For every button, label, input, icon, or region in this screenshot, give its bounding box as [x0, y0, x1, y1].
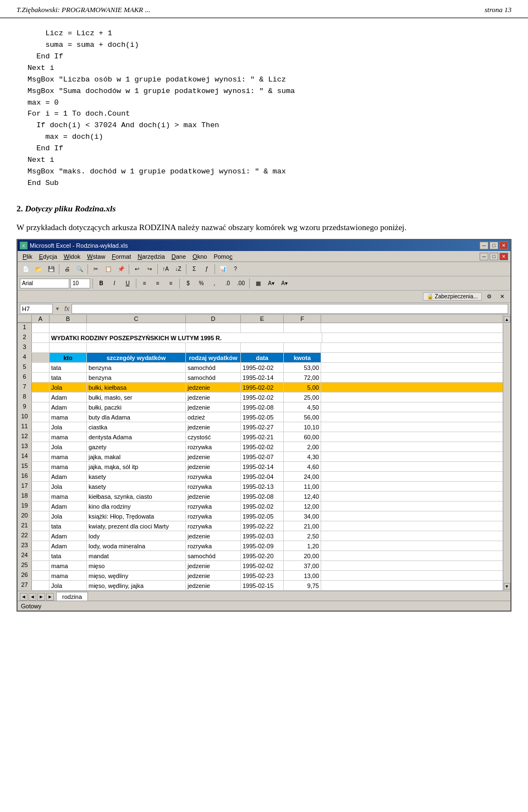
cell-18a[interactable] — [32, 492, 50, 501]
cell-4f[interactable]: kwota — [284, 353, 321, 362]
cell-25f[interactable]: 37,00 — [284, 561, 321, 570]
cell-23d[interactable]: rozrywka — [186, 541, 241, 551]
cell-12f[interactable]: 60,00 — [284, 432, 321, 442]
cell-3c[interactable] — [87, 343, 186, 352]
sum-button[interactable]: Σ — [188, 264, 200, 275]
cell-23b[interactable]: Adam — [50, 541, 87, 551]
cell-10a[interactable] — [32, 412, 50, 422]
help-button[interactable]: ? — [229, 264, 241, 275]
menu-pomoc[interactable]: Pomoc — [211, 253, 235, 260]
app-restore-button[interactable]: □ — [490, 253, 498, 260]
print-button[interactable]: 🖨 — [61, 264, 73, 275]
cell-6a[interactable] — [32, 373, 50, 382]
cell-14f[interactable]: 4,30 — [284, 452, 321, 461]
cell-13a[interactable] — [32, 442, 50, 451]
cell-5a[interactable] — [32, 363, 50, 372]
cell-11a[interactable] — [32, 422, 50, 432]
cell-5f[interactable]: 53,00 — [284, 363, 321, 372]
cell-11f[interactable]: 10,10 — [284, 422, 321, 432]
cell-4c[interactable]: szczegóły wydatków — [87, 353, 186, 362]
cell-27c[interactable]: mięso, wędliny, jajka — [87, 581, 186, 590]
font-color-button[interactable]: A▾ — [278, 278, 290, 289]
cell-5c[interactable]: benzyna — [87, 363, 186, 372]
cell-22e[interactable]: 1995-02-03 — [241, 531, 284, 541]
decrease-decimal-button[interactable]: .00 — [235, 278, 247, 289]
cell-6b[interactable]: tata — [50, 373, 87, 382]
cell-20a[interactable] — [32, 511, 50, 521]
cell-13e[interactable]: 1995-02-02 — [241, 442, 284, 451]
cell-9c[interactable]: bułki, paczki — [87, 402, 186, 412]
cell-11b[interactable]: Jola — [50, 422, 87, 432]
cell-25c[interactable]: mięso — [87, 561, 186, 570]
cell-19c[interactable]: kino dla rodziny — [87, 502, 186, 511]
menu-edycja[interactable]: Edycja — [36, 253, 60, 260]
cell-15c[interactable]: jajka, mąka, sól itp — [87, 462, 186, 471]
cell-2a[interactable] — [32, 333, 50, 342]
comma-button[interactable]: , — [208, 278, 221, 289]
cell-25d[interactable]: jedzenie — [186, 561, 241, 570]
cell-4e[interactable]: data — [241, 353, 284, 362]
cell-1b[interactable] — [50, 323, 87, 333]
cell-3b[interactable] — [50, 343, 87, 352]
cell-19a[interactable] — [32, 502, 50, 511]
cell-3f[interactable] — [284, 343, 321, 352]
cell-4d[interactable]: rodzaj wydatków — [186, 353, 241, 362]
cell-21f[interactable]: 21,00 — [284, 521, 321, 531]
cell-25b[interactable]: mama — [50, 561, 87, 570]
cell-16c[interactable]: kasety — [87, 472, 186, 481]
cell-16a[interactable] — [32, 472, 50, 481]
cell-10b[interactable]: mama — [50, 412, 87, 422]
italic-button[interactable]: I — [108, 278, 120, 289]
cell-4b[interactable]: kto — [50, 353, 87, 362]
tab-scroll-left[interactable]: ◄ — [20, 593, 28, 601]
cell-5b[interactable]: tata — [50, 363, 87, 372]
cell-8a[interactable] — [32, 393, 50, 402]
cell-1e[interactable] — [241, 323, 284, 333]
cell-15f[interactable]: 4,60 — [284, 462, 321, 471]
cell-18d[interactable]: jedzenie — [186, 492, 241, 501]
cell-12d[interactable]: czystość — [186, 432, 241, 442]
cell-21c[interactable]: kwiaty, prezent dla cioci Marty — [87, 521, 186, 531]
cell-23a[interactable] — [32, 541, 50, 551]
cell-20f[interactable]: 34,00 — [284, 511, 321, 521]
cell-15a[interactable] — [32, 462, 50, 471]
cell-14d[interactable]: jedzenie — [186, 452, 241, 461]
cell-7b[interactable]: Jola — [50, 383, 87, 392]
cell-17b[interactable]: Jola — [50, 482, 87, 491]
chart-button[interactable]: 📊 — [217, 264, 229, 275]
cell-1d[interactable] — [186, 323, 241, 333]
cell-23e[interactable]: 1995-02-09 — [241, 541, 284, 551]
font-name-dropdown[interactable]: Arial — [20, 279, 69, 288]
cell-21d[interactable]: rozrywka — [186, 521, 241, 531]
cell-14c[interactable]: jajka, makal — [87, 452, 186, 461]
cell-8c[interactable]: bułki, masło, ser — [87, 393, 186, 402]
cell-19e[interactable]: 1995-02-02 — [241, 502, 284, 511]
cell-16e[interactable]: 1995-02-04 — [241, 472, 284, 481]
cell-11c[interactable]: ciastka — [87, 422, 186, 432]
cell-19f[interactable]: 12,00 — [284, 502, 321, 511]
cell-24e[interactable]: 1995-02-20 — [241, 551, 284, 560]
cell-25a[interactable] — [32, 561, 50, 570]
cell-12b[interactable]: mama — [50, 432, 87, 442]
cell-17f[interactable]: 11,00 — [284, 482, 321, 491]
cell-22a[interactable] — [32, 531, 50, 541]
fill-color-button[interactable]: A▾ — [265, 278, 277, 289]
cell-20c[interactable]: książki: Hłop, Trędowata — [87, 511, 186, 521]
cell-22f[interactable]: 2,50 — [284, 531, 321, 541]
col-header-d[interactable]: D — [186, 315, 241, 323]
cell-6c[interactable]: benzyna — [87, 373, 186, 382]
cell-4a[interactable] — [32, 353, 50, 362]
menu-widok[interactable]: Widok — [61, 253, 84, 260]
cell-15e[interactable]: 1995-02-14 — [241, 462, 284, 471]
sort-desc-button[interactable]: ↓Z — [172, 264, 184, 275]
cell-8b[interactable]: Adam — [50, 393, 87, 402]
cell-24c[interactable]: mandat — [87, 551, 186, 560]
cell-17a[interactable] — [32, 482, 50, 491]
cell-18b[interactable]: mama — [50, 492, 87, 501]
underline-button[interactable]: U — [122, 278, 134, 289]
cell-15b[interactable]: mama — [50, 462, 87, 471]
cell-27f[interactable]: 9,75 — [284, 581, 321, 590]
cell-16b[interactable]: Adam — [50, 472, 87, 481]
tab-scroll-right[interactable]: ► — [46, 593, 54, 601]
menu-plik[interactable]: Plik — [20, 253, 35, 260]
